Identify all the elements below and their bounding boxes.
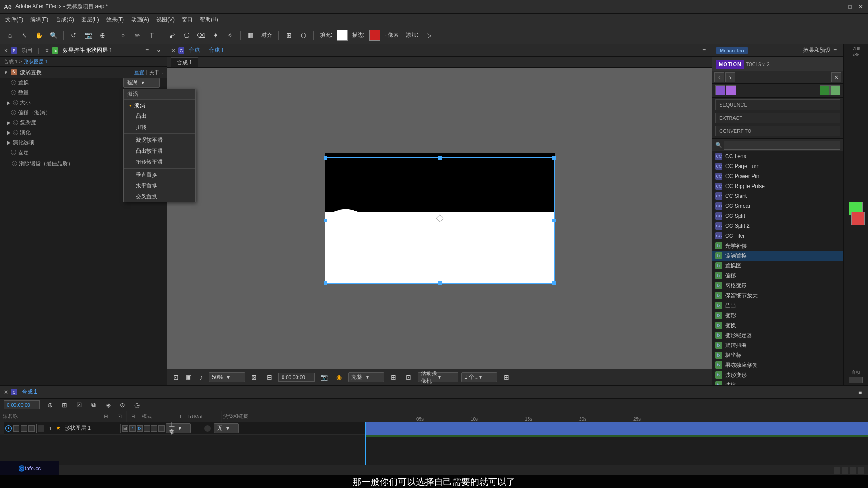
convert-btn[interactable]: CONVERT TO: [715, 126, 840, 136]
menu-file[interactable]: 文件(F): [2, 14, 27, 25]
track-icon-e[interactable]: [151, 425, 157, 432]
swatch-2[interactable]: [726, 85, 736, 95]
extract-btn[interactable]: EXTRACT: [715, 113, 840, 123]
popup-item-0[interactable]: 漩涡: [124, 100, 195, 111]
preview-canvas-area[interactable]: [167, 68, 712, 369]
panel-menu-btn[interactable]: ≡: [142, 46, 151, 55]
maximize-button[interactable]: □: [846, 3, 854, 10]
orbit-tool[interactable]: ⊕: [96, 29, 109, 42]
playhead[interactable]: [365, 422, 366, 465]
swatch-1[interactable]: [715, 85, 725, 95]
effect-item-transform[interactable]: fx 变换: [712, 320, 843, 330]
snap-btn[interactable]: ⊞: [283, 29, 295, 42]
effect-controls-tab[interactable]: 效果控件 形状图层 1: [63, 47, 112, 54]
track-solo-1[interactable]: [21, 425, 27, 432]
track-label-1[interactable]: [38, 425, 44, 432]
audio-btn[interactable]: ♪: [196, 372, 206, 382]
pen-tool[interactable]: ✏: [131, 29, 144, 42]
preview-close[interactable]: ✕: [171, 47, 175, 54]
timeline-bar-1[interactable]: [365, 422, 868, 435]
preview-menu-btn[interactable]: ≡: [699, 46, 708, 55]
track-icon-a[interactable]: ⊞: [122, 425, 128, 432]
fit-btn[interactable]: ⊡: [171, 372, 181, 382]
timeline-tab[interactable]: 合成 1: [22, 388, 37, 396]
grid-btn[interactable]: ⊞: [500, 371, 513, 384]
track-parent-dropdown[interactable]: 无 ▾: [214, 423, 239, 433]
effect-item-wave-warp[interactable]: fx 波形变形: [712, 370, 843, 380]
tl-btn2[interactable]: ⊞: [58, 399, 71, 411]
effect-item-offset[interactable]: fx 偏移: [712, 271, 843, 281]
popup-item-3[interactable]: 漩涡较平滑: [124, 135, 195, 145]
menu-help[interactable]: 帮助(H): [196, 14, 222, 25]
motion-tools-tab[interactable]: Motion Too: [716, 47, 748, 54]
effect-item-cc-split[interactable]: CC CC Split: [712, 211, 843, 221]
menu-effect[interactable]: 效果(T): [103, 14, 127, 25]
disp-icon[interactable]: ○: [11, 80, 16, 85]
popup-item-4[interactable]: 凸出较平滑: [124, 145, 195, 156]
offset-icon[interactable]: ○: [11, 110, 16, 115]
effect-item-cc-smear[interactable]: CC CC Smear: [712, 201, 843, 211]
render-btn[interactable]: ▣: [184, 372, 193, 382]
popup-item-8[interactable]: 交叉置换: [124, 191, 195, 202]
text-tool[interactable]: T: [146, 29, 158, 42]
effect-item-cc-split2[interactable]: CC CC Split 2: [712, 221, 843, 231]
menu-view[interactable]: 视图(V): [153, 14, 178, 25]
nav-x-btn[interactable]: ×: [831, 72, 841, 82]
tl-btn4[interactable]: ⧉: [87, 399, 100, 411]
track-audio-1[interactable]: [13, 425, 19, 432]
effect-item-cc-page-turn[interactable]: CC CC Page Turn: [712, 161, 843, 171]
3d-btn[interactable]: ⬡: [297, 29, 310, 42]
track-mode-dropdown[interactable]: 正常 ▾: [166, 423, 191, 433]
effect-tab-close[interactable]: ✕: [45, 47, 49, 54]
brush-tool[interactable]: 🖌: [166, 29, 179, 42]
effect-group-header[interactable]: ▼ fx 漩涡置换 重置 | 关于...: [0, 67, 167, 78]
rp-menu-btn[interactable]: ≡: [830, 46, 840, 55]
add-icon[interactable]: ▷: [423, 29, 435, 42]
search-input[interactable]: [724, 141, 840, 150]
effect-item-cc-tiler[interactable]: CC CC Tiler: [712, 231, 843, 241]
track-name-1[interactable]: 形状图层 1: [65, 424, 119, 432]
zoom-dropdown[interactable]: 50% ▾: [209, 372, 245, 382]
camera-dropdown[interactable]: 活动摄像机 ▾: [418, 372, 458, 382]
track-eye-1[interactable]: ●: [5, 425, 12, 432]
color-picker-2[interactable]: [851, 212, 865, 225]
rt-btn2[interactable]: [842, 467, 848, 474]
preview-comp-name[interactable]: 合成 1: [209, 47, 224, 54]
sequence-btn[interactable]: SEQUENCE: [715, 99, 840, 110]
fixed-icon[interactable]: ○: [11, 150, 16, 155]
tl-btn3[interactable]: ⚄: [73, 399, 85, 411]
project-tab-close[interactable]: ✕: [4, 47, 8, 54]
effect-item-optical[interactable]: fx 光学补偿: [712, 241, 843, 251]
nav-right-btn[interactable]: ›: [725, 72, 735, 82]
count-dropdown[interactable]: 1 个... ▾: [461, 372, 497, 382]
panel-expand-btn[interactable]: »: [154, 46, 163, 55]
tl-btn5[interactable]: ◈: [102, 399, 114, 411]
popup-item-5[interactable]: 扭转较平滑: [124, 156, 195, 167]
effect-item-rolling-shutter[interactable]: fx 果冻效应修复: [712, 360, 843, 370]
rt-btn1[interactable]: [834, 467, 840, 474]
stamp-tool[interactable]: ⎔: [180, 29, 193, 42]
minimize-button[interactable]: —: [835, 3, 843, 10]
effect-item-cc-lens[interactable]: CC CC Lens: [712, 151, 843, 161]
popup-item-2[interactable]: 扭转: [124, 122, 195, 132]
effect-item-displace-map[interactable]: fx 置换图: [712, 261, 843, 271]
puppet-tool[interactable]: ✦: [209, 29, 222, 42]
swatch-3[interactable]: [820, 85, 830, 95]
tl-btn1[interactable]: ⊕: [44, 399, 57, 411]
popup-item-1[interactable]: 凸出: [124, 111, 195, 122]
shutter-btn[interactable]: 📷: [317, 371, 330, 384]
auto-btn[interactable]: [849, 377, 863, 383]
preview-tab[interactable]: 合成: [189, 47, 200, 54]
track-icon-b[interactable]: /: [129, 425, 136, 432]
select-tool[interactable]: ↖: [18, 29, 31, 42]
timecode-tl[interactable]: 0:00:00:00: [4, 400, 40, 409]
effect-item-polar[interactable]: fx 极坐标: [712, 350, 843, 360]
popup-item-6[interactable]: 垂直置换: [124, 169, 195, 180]
zoom-tool[interactable]: 🔍: [47, 29, 60, 42]
effect-item-bulge[interactable]: fx 凸出: [712, 300, 843, 310]
camera-tool[interactable]: 📷: [82, 29, 94, 42]
effect-item-mesh-warp[interactable]: fx 网格变形: [712, 281, 843, 291]
hand-tool[interactable]: ✋: [33, 29, 45, 42]
timeline-close[interactable]: ✕: [4, 389, 8, 395]
menu-window[interactable]: 窗口: [178, 14, 196, 25]
